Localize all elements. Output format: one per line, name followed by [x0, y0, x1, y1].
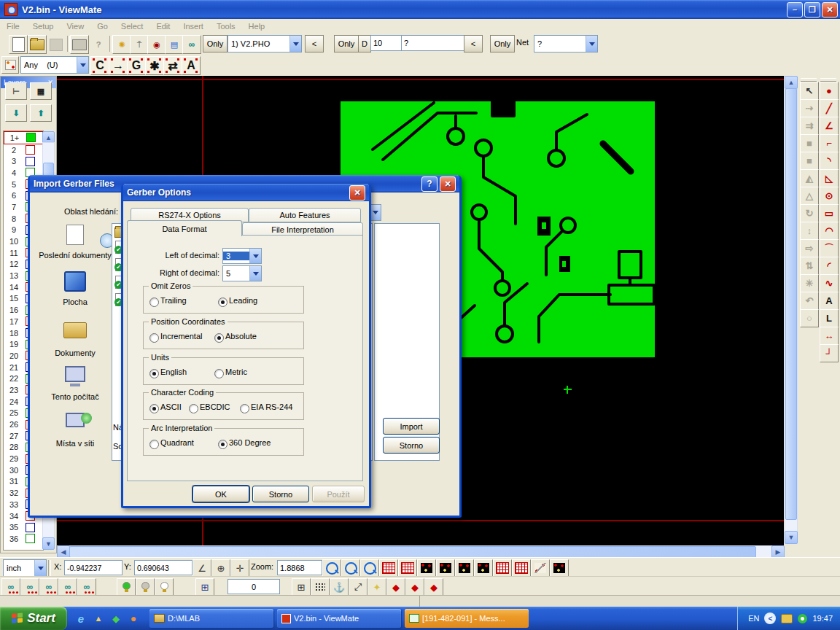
- flash-tool[interactable]: ✱: [145, 56, 164, 75]
- menu-select[interactable]: Select: [114, 20, 150, 32]
- film-black-1-icon[interactable]: [417, 559, 436, 577]
- layer-color-swatch[interactable]: [26, 157, 35, 166]
- draw-polyline-icon[interactable]: ∠: [820, 117, 839, 135]
- open-file-button[interactable]: [28, 35, 47, 54]
- radio-absolute[interactable]: [214, 333, 224, 343]
- zoom-in-icon[interactable]: [322, 559, 341, 577]
- dot-grid-icon[interactable]: [311, 578, 330, 596]
- draw-text-icon[interactable]: A: [820, 292, 839, 310]
- import-cancel-button[interactable]: Storno: [383, 437, 440, 454]
- place-my-computer[interactable]: Tento počítač: [39, 366, 112, 401]
- net-combo[interactable]: ?: [534, 35, 598, 52]
- layer-color-swatch[interactable]: [26, 133, 36, 142]
- film-view-button[interactable]: ◉: [147, 35, 166, 54]
- tray-keyboard-icon[interactable]: [781, 614, 793, 623]
- folder-up-icon[interactable]: ▲: [92, 612, 105, 625]
- zoom-window-icon[interactable]: [360, 559, 379, 577]
- scroll-down-button[interactable]: ▼: [785, 531, 798, 544]
- film-black-2-icon[interactable]: [436, 559, 455, 577]
- only-dcode-button[interactable]: Only: [334, 35, 359, 52]
- place-desktop[interactable]: Plocha: [39, 271, 112, 306]
- menu-tools[interactable]: Tools: [210, 20, 242, 32]
- horizontal-scroll-thumb[interactable]: [69, 546, 756, 558]
- menu-go[interactable]: Go: [90, 20, 114, 32]
- menu-insert[interactable]: Insert: [176, 20, 210, 32]
- layer-row-2[interactable]: 2: [4, 144, 43, 156]
- left-decimal-combo[interactable]: 3: [222, 248, 262, 264]
- layer-row-35[interactable]: 35: [4, 521, 43, 533]
- layer-color-swatch[interactable]: [26, 523, 35, 532]
- traverse-tool[interactable]: →: [109, 56, 128, 75]
- move-points-icon[interactable]: ⤢: [349, 578, 368, 596]
- dcode-input[interactable]: 10: [370, 35, 404, 51]
- menu-help[interactable]: Help: [242, 20, 272, 32]
- apply-button[interactable]: Použít: [312, 486, 365, 502]
- select-cursor-icon[interactable]: ↖: [800, 82, 819, 100]
- dcode-query-input[interactable]: ?: [401, 35, 467, 51]
- vertical-scroll-thumb[interactable]: [785, 88, 797, 520]
- place-recent-documents[interactable]: Poslední dokumenty: [39, 225, 112, 260]
- hide-icons-button[interactable]: <: [764, 612, 776, 624]
- layer-row-36[interactable]: 36: [4, 533, 43, 545]
- tile-grid-button[interactable]: ⊞: [195, 578, 214, 596]
- anchor-icon[interactable]: ⚓: [330, 578, 349, 596]
- layer-combo[interactable]: 1) V2.PHO: [228, 35, 302, 52]
- snap-origin-icon[interactable]: ✛: [230, 559, 249, 577]
- pad-red-2-icon[interactable]: ◆: [405, 578, 424, 596]
- layer-row-1+[interactable]: 1+: [4, 131, 43, 144]
- redraw-button[interactable]: ✺: [112, 35, 131, 54]
- draw-label-icon[interactable]: L: [820, 309, 839, 327]
- new-file-button[interactable]: [9, 35, 28, 54]
- tab-auto-features[interactable]: Auto Features: [249, 208, 361, 222]
- draw-line-icon[interactable]: ╱: [820, 99, 839, 117]
- task-d-mlab[interactable]: D:\MLAB: [149, 609, 273, 628]
- dcode-film-icon[interactable]: [379, 559, 398, 577]
- gcode-tool[interactable]: G: [127, 56, 146, 75]
- pad-red-1-icon[interactable]: ◆: [386, 578, 405, 596]
- internet-explorer-icon[interactable]: e: [74, 612, 88, 625]
- view-traces-icon[interactable]: ∞: [20, 578, 39, 596]
- draw-pad-icon[interactable]: ●: [820, 82, 839, 100]
- language-indicator[interactable]: EN: [748, 614, 759, 623]
- radio-360-degree[interactable]: [218, 440, 228, 449]
- tray-icq-icon[interactable]: [798, 614, 807, 623]
- menu-file[interactable]: File: [0, 20, 26, 32]
- radio-ebcdic[interactable]: [189, 404, 198, 413]
- draw-dimension-icon[interactable]: ↔: [820, 327, 839, 345]
- origin-icon[interactable]: ⊕: [211, 559, 230, 577]
- view-sketch-icon[interactable]: ∞: [77, 578, 96, 596]
- view-selected-icon[interactable]: ∞: [58, 578, 77, 596]
- cancel-button[interactable]: Storno: [252, 486, 309, 502]
- import-button[interactable]: Import: [383, 418, 440, 435]
- view-pads-icon[interactable]: ∞: [39, 578, 58, 596]
- swap-tool[interactable]: ⇄: [163, 56, 182, 75]
- inspect-button[interactable]: ∞: [182, 35, 201, 54]
- angle-measure-icon[interactable]: ∠: [192, 559, 211, 577]
- radio-quadrant[interactable]: [149, 440, 159, 449]
- draw-corner-icon[interactable]: ⌐: [820, 134, 839, 152]
- draw-ellipse-arc-icon[interactable]: ◜: [820, 257, 839, 275]
- draw-arc-icon[interactable]: ⌒: [820, 239, 839, 257]
- task-v2-bin-viewmate[interactable]: V2.bin - ViewMate: [277, 609, 401, 628]
- minimize-button[interactable]: –: [787, 2, 803, 18]
- layer-up-button[interactable]: ⬆: [30, 104, 52, 122]
- highlight-on-icon[interactable]: [117, 578, 136, 596]
- selection-filter-button[interactable]: [1, 56, 19, 74]
- film-red-1-icon[interactable]: [493, 559, 512, 577]
- start-button[interactable]: Start: [0, 607, 67, 630]
- only-layer-button[interactable]: Only: [203, 35, 228, 52]
- import-close-button[interactable]: ✕: [440, 176, 456, 192]
- title-bar[interactable]: V2.bin - ViewMate – ❐ ✕: [0, 0, 840, 19]
- gerber-options-titlebar[interactable]: Gerber Options ✕: [123, 184, 369, 201]
- film-black-3-icon[interactable]: [455, 559, 474, 577]
- save-file-button[interactable]: [47, 35, 66, 54]
- film-grid-icon[interactable]: [550, 559, 569, 577]
- radio-english[interactable]: [149, 369, 159, 378]
- task--191-482-091-mess-[interactable]: [191-482-091] - Mess...: [405, 609, 529, 628]
- zoom-value-field[interactable]: 1.8868: [277, 560, 322, 575]
- dcode-c-tool[interactable]: C: [90, 56, 109, 75]
- prev-dcode-button[interactable]: <: [464, 35, 483, 52]
- highlight-outline-icon[interactable]: [155, 578, 174, 596]
- view-dcodes-icon[interactable]: ∞: [1, 578, 20, 596]
- layer-color-swatch[interactable]: [26, 145, 35, 155]
